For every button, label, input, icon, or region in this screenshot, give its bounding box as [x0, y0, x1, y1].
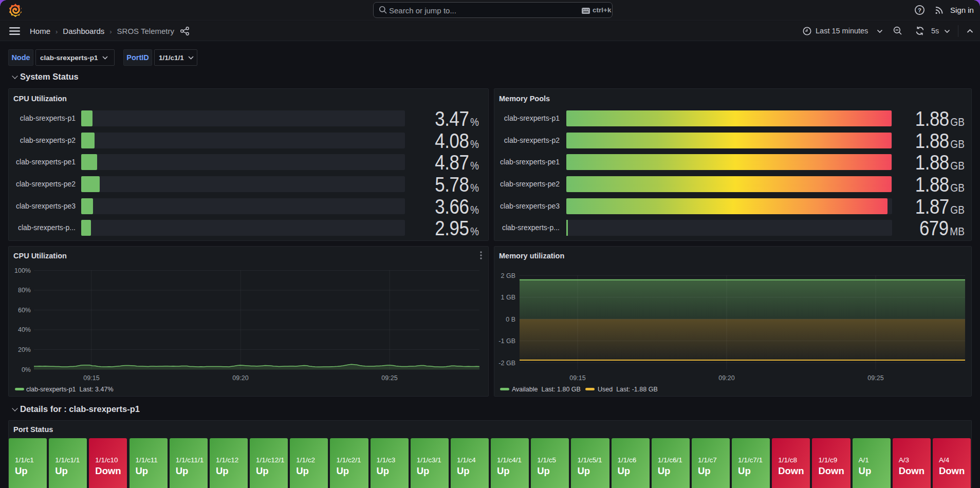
svg-text:?: ?	[918, 7, 921, 13]
